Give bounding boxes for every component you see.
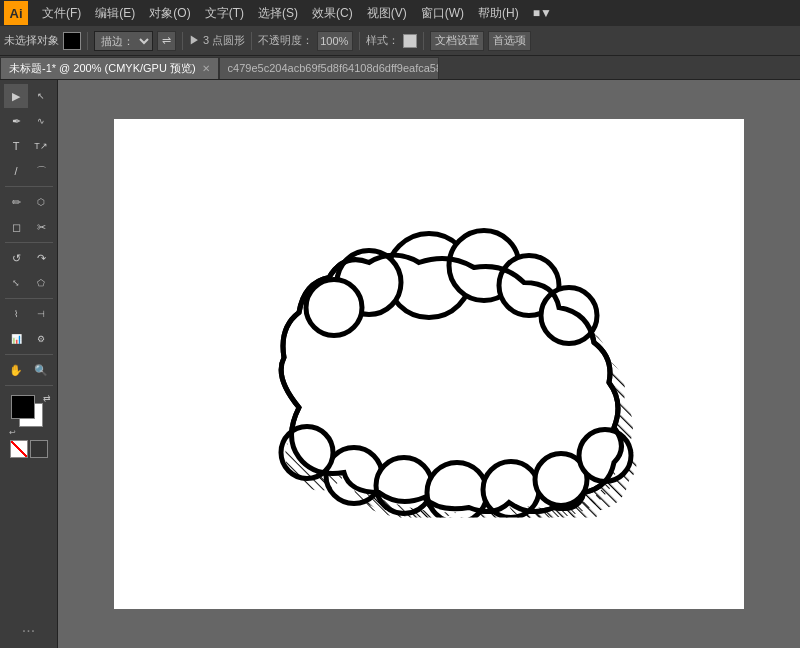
more-tools-btn[interactable]: ··· bbox=[22, 622, 35, 640]
opacity-input[interactable] bbox=[317, 31, 353, 51]
tool-separator-4 bbox=[5, 354, 53, 355]
point-label: ▶ 3 点圆形 bbox=[189, 33, 245, 48]
paintbrush-tool[interactable]: ✏ bbox=[4, 190, 28, 214]
swap-colors-icon[interactable]: ⇄ bbox=[43, 393, 51, 403]
opacity-label: 不透明度： bbox=[258, 33, 313, 48]
tool-row-7: ↺ ↷ bbox=[4, 246, 53, 270]
warp-tool[interactable]: ⌇ bbox=[4, 302, 28, 326]
separator4 bbox=[359, 32, 360, 50]
stroke-arrows-btn[interactable]: ⇌ bbox=[157, 31, 176, 51]
tab-0-label: 未标题-1* @ 200% (CMYK/GPU 预览) bbox=[9, 61, 196, 76]
options-bar: 未选择对象 描边： ⇌ ▶ 3 点圆形 不透明度： 样式： 文档设置 首选项 bbox=[0, 26, 800, 56]
cloud-svg bbox=[199, 208, 659, 518]
tool-row-5: ✏ ⬡ bbox=[4, 190, 53, 214]
canvas-area[interactable] bbox=[58, 80, 800, 648]
arc-tool[interactable]: ⌒ bbox=[29, 159, 53, 183]
tool-row-10: 📊 ⚙ bbox=[4, 327, 53, 351]
color-swatch-area: ↩ ⇄ bbox=[5, 393, 53, 437]
menu-select[interactable]: 选择(S) bbox=[252, 3, 304, 24]
line-tool[interactable]: / bbox=[4, 159, 28, 183]
tool-separator-5 bbox=[5, 385, 53, 386]
type-tool[interactable]: T bbox=[4, 134, 28, 158]
fill-none-swatch[interactable] bbox=[10, 440, 28, 458]
tool-row-9: ⌇ ⊣ bbox=[4, 302, 53, 326]
svg-point-6 bbox=[306, 280, 362, 336]
hand-tool[interactable]: ✋ bbox=[4, 358, 28, 382]
tab-bar: 未标题-1* @ 200% (CMYK/GPU 预览) ✕ c479e5c204… bbox=[0, 56, 800, 80]
tool-separator-3 bbox=[5, 298, 53, 299]
tab-1-label: c479e5c204acb69f5d8f64108d6dff9eafca586f… bbox=[228, 61, 439, 76]
menu-extra[interactable]: ■▼ bbox=[527, 4, 558, 22]
menu-file[interactable]: 文件(F) bbox=[36, 3, 87, 24]
menu-view[interactable]: 视图(V) bbox=[361, 3, 413, 24]
none-swatch-row bbox=[10, 440, 48, 458]
cloud-artwork bbox=[199, 208, 659, 521]
fill-swatch[interactable] bbox=[63, 32, 81, 50]
tool-row-2: ✒ ∿ bbox=[4, 109, 53, 133]
tool-separator-1 bbox=[5, 186, 53, 187]
menu-edit[interactable]: 编辑(E) bbox=[89, 3, 141, 24]
width-tool[interactable]: ⊣ bbox=[29, 302, 53, 326]
graph-tool[interactable]: 📊 bbox=[4, 327, 28, 351]
touch-type-tool[interactable]: T↗ bbox=[29, 134, 53, 158]
menu-bar: Ai 文件(F) 编辑(E) 对象(O) 文字(T) 选择(S) 效果(C) 视… bbox=[0, 0, 800, 26]
scissors-tool[interactable]: ✂ bbox=[29, 215, 53, 239]
direct-select-tool[interactable]: ↖ bbox=[29, 84, 53, 108]
main-layout: ▶ ↖ ✒ ∿ T T↗ / ⌒ ✏ ⬡ ◻ ✂ ↺ ↷ ⤡ bbox=[0, 80, 800, 648]
style-label: 样式： bbox=[366, 33, 399, 48]
tool-row-4: / ⌒ bbox=[4, 159, 53, 183]
left-panel: ▶ ↖ ✒ ∿ T T↗ / ⌒ ✏ ⬡ ◻ ✂ ↺ ↷ ⤡ bbox=[0, 80, 58, 648]
tool-row-11: ✋ 🔍 bbox=[4, 358, 53, 382]
reset-colors-icon[interactable]: ↩ bbox=[9, 428, 16, 437]
svg-point-14 bbox=[579, 430, 631, 482]
stroke-type-select[interactable]: 描边： bbox=[94, 31, 153, 51]
doc-settings-btn[interactable]: 文档设置 bbox=[430, 31, 484, 51]
tab-1[interactable]: c479e5c204acb69f5d8f64108d6dff9eafca586f… bbox=[219, 57, 439, 79]
select-tool[interactable]: ▶ bbox=[4, 84, 28, 108]
tool-row-3: T T↗ bbox=[4, 134, 53, 158]
eraser-tool[interactable]: ◻ bbox=[4, 215, 28, 239]
separator5 bbox=[423, 32, 424, 50]
menu-text[interactable]: 文字(T) bbox=[199, 3, 250, 24]
tool-separator-2 bbox=[5, 242, 53, 243]
foreground-color-swatch[interactable] bbox=[11, 395, 35, 419]
menu-window[interactable]: 窗口(W) bbox=[415, 3, 470, 24]
stroke-none-swatch[interactable] bbox=[30, 440, 48, 458]
symbol-tool[interactable]: ⚙ bbox=[29, 327, 53, 351]
separator bbox=[87, 32, 88, 50]
app-logo: Ai bbox=[4, 1, 28, 25]
tab-0-close[interactable]: ✕ bbox=[202, 63, 210, 74]
menu-object[interactable]: 对象(O) bbox=[143, 3, 196, 24]
curvature-tool[interactable]: ∿ bbox=[29, 109, 53, 133]
scale-tool[interactable]: ⤡ bbox=[4, 271, 28, 295]
no-selection-label: 未选择对象 bbox=[4, 33, 59, 48]
tool-row-8: ⤡ ⬠ bbox=[4, 271, 53, 295]
rotate-tool[interactable]: ↺ bbox=[4, 246, 28, 270]
tool-row-6: ◻ ✂ bbox=[4, 215, 53, 239]
preferences-btn[interactable]: 首选项 bbox=[488, 31, 531, 51]
reflect-tool[interactable]: ↷ bbox=[29, 246, 53, 270]
svg-point-7 bbox=[541, 288, 597, 344]
zoom-tool[interactable]: 🔍 bbox=[29, 358, 53, 382]
tool-row-1: ▶ ↖ bbox=[4, 84, 53, 108]
separator3 bbox=[251, 32, 252, 50]
separator2 bbox=[182, 32, 183, 50]
canvas-document bbox=[114, 119, 744, 609]
tab-0[interactable]: 未标题-1* @ 200% (CMYK/GPU 预览) ✕ bbox=[0, 57, 219, 79]
menu-help[interactable]: 帮助(H) bbox=[472, 3, 525, 24]
blob-brush-tool[interactable]: ⬡ bbox=[29, 190, 53, 214]
shear-tool[interactable]: ⬠ bbox=[29, 271, 53, 295]
pen-tool[interactable]: ✒ bbox=[4, 109, 28, 133]
style-swatch[interactable] bbox=[403, 34, 417, 48]
menu-effect[interactable]: 效果(C) bbox=[306, 3, 359, 24]
